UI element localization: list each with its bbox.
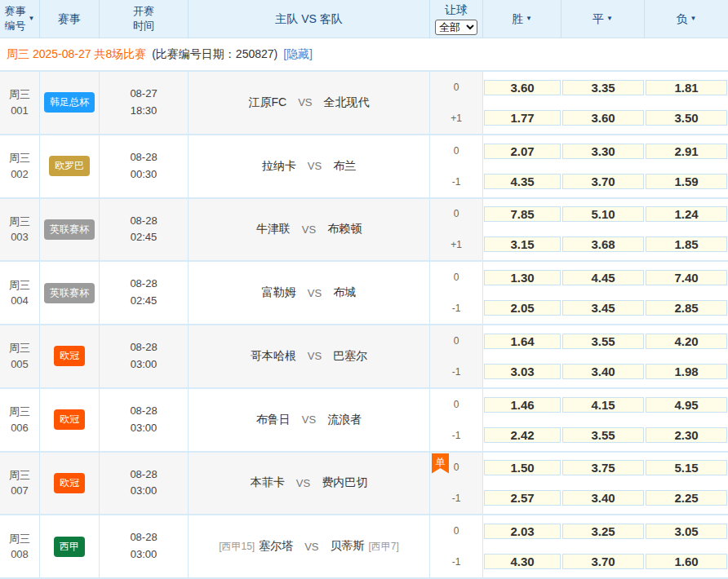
odds-cell-win[interactable]: 4.35 xyxy=(484,174,561,189)
odds-cell-win[interactable]: 2.05 xyxy=(484,300,561,316)
handicap-value: -1 xyxy=(430,420,482,451)
match-day: 周三 xyxy=(9,531,30,547)
match-row: 周三 003 英联赛杯 08-28 02:45 牛津联 VS 布赖顿 0 +1 xyxy=(0,199,728,263)
odds-grid: 2.07 3.30 2.91 4.35 3.70 1.59 xyxy=(483,135,728,197)
teams-cell: 拉纳卡 VS 布兰 xyxy=(189,135,430,197)
odds-cell-lose[interactable]: 1.85 xyxy=(646,236,727,252)
odds-cell-win[interactable]: 2.42 xyxy=(484,427,561,443)
sort-arrow-icon[interactable]: ▼ xyxy=(29,15,35,24)
odds-cell-win[interactable]: 4.30 xyxy=(484,554,561,569)
league-badge: 韩足总杯 xyxy=(44,92,95,113)
odds-cell-draw[interactable]: 3.40 xyxy=(562,364,644,379)
odds-cell-draw[interactable]: 3.45 xyxy=(562,300,644,316)
header-win[interactable]: 胜 ▼ xyxy=(483,0,562,38)
odds-cell-draw[interactable]: 3.30 xyxy=(562,144,644,159)
start-time-cell: 08-28 02:45 xyxy=(100,262,189,324)
draw-dropdown-icon[interactable]: ▼ xyxy=(606,15,613,24)
handicap-cell: 0 -1 xyxy=(430,262,483,324)
odds-cell-draw[interactable]: 3.75 xyxy=(562,460,644,475)
match-code: 008 xyxy=(11,546,29,563)
odds-cell-win[interactable]: 2.57 xyxy=(484,490,561,506)
start-time-cell: 08-28 03:00 xyxy=(100,389,189,451)
odds-cell-draw[interactable]: 4.45 xyxy=(562,270,644,285)
match-number-cell: 周三 005 xyxy=(0,325,40,387)
away-team-group: 布兰 xyxy=(333,159,356,174)
odds-cell-win[interactable]: 1.46 xyxy=(484,397,561,413)
start-time-cell: 08-28 00:30 xyxy=(100,135,189,197)
odds-cell-lose[interactable]: 1.24 xyxy=(646,206,727,222)
match-time: 03:00 xyxy=(131,483,158,500)
handicap-value: -1 xyxy=(430,356,482,387)
odds-cell-draw[interactable]: 4.15 xyxy=(562,397,644,413)
odds-cell-lose[interactable]: 2.91 xyxy=(646,144,727,159)
odds-cell-draw[interactable]: 3.35 xyxy=(562,80,644,95)
odds-cell-draw[interactable]: 3.68 xyxy=(562,236,644,252)
odds-cell-draw[interactable]: 5.10 xyxy=(562,206,644,222)
odds-cell-lose[interactable]: 2.30 xyxy=(646,427,727,443)
handicap-cell: 0 -1 xyxy=(430,389,483,451)
odds-cell-lose[interactable]: 1.59 xyxy=(646,174,727,189)
league-badge: 欧冠 xyxy=(54,346,85,366)
odds-cell-lose[interactable]: 1.60 xyxy=(646,554,727,569)
odds-cell-lose[interactable]: 7.40 xyxy=(646,270,727,285)
match-time: 00:30 xyxy=(131,166,158,183)
odds-cell-win[interactable]: 1.64 xyxy=(484,334,561,349)
match-date: 08-28 xyxy=(130,529,157,546)
odds-cell-lose[interactable]: 3.05 xyxy=(646,524,727,539)
odds-cell-draw[interactable]: 3.55 xyxy=(562,427,644,443)
home-team: 哥本哈根 xyxy=(251,349,296,364)
match-date: 08-28 xyxy=(130,403,157,420)
odds-cell-win[interactable]: 1.50 xyxy=(484,460,561,475)
odds-cell-lose[interactable]: 1.81 xyxy=(646,80,727,95)
odds-cell-draw[interactable]: 3.40 xyxy=(562,490,644,506)
away-team: 流浪者 xyxy=(327,413,362,427)
odds-cell-lose[interactable]: 3.50 xyxy=(646,110,727,126)
match-code: 004 xyxy=(11,293,29,309)
odds-cell-win[interactable]: 3.15 xyxy=(484,236,561,252)
odds-grid: 1.50 3.75 5.15 2.57 3.40 2.25 xyxy=(483,453,728,515)
away-team-group: 流浪者 xyxy=(327,413,362,427)
match-row: 周三 008 西甲 08-28 03:00 [西甲15] 塞尔塔 VS 贝蒂斯 … xyxy=(0,515,728,579)
odds-cell-win[interactable]: 7.85 xyxy=(484,206,561,222)
odds-cell-draw[interactable]: 3.25 xyxy=(562,524,644,539)
away-team-group: 贝蒂斯 [西甲7] xyxy=(331,539,399,554)
odds-cell-lose[interactable]: 4.20 xyxy=(646,334,727,349)
odds-cell-draw[interactable]: 3.55 xyxy=(562,334,644,349)
odds-cell-lose[interactable]: 5.15 xyxy=(646,460,727,475)
odds-cell-win[interactable]: 2.07 xyxy=(484,144,561,159)
handicap-filter-select[interactable]: 全部 xyxy=(435,20,477,35)
header-match-no[interactable]: 赛事 编号 ▼ xyxy=(0,0,40,38)
home-team-group: 布鲁日 xyxy=(256,413,291,427)
odds-cell-win[interactable]: 1.30 xyxy=(484,270,561,285)
hide-link[interactable]: [隐藏] xyxy=(283,47,313,62)
win-dropdown-icon[interactable]: ▼ xyxy=(526,15,532,24)
away-team-group: 布城 xyxy=(333,285,356,300)
table-header: 赛事 编号 ▼ 赛事 开赛 时间 主队 VS 客队 让球 全部 胜 ▼ xyxy=(0,0,728,38)
odds-cell-win[interactable]: 2.03 xyxy=(484,524,561,539)
away-team: 贝蒂斯 xyxy=(331,539,365,554)
header-draw[interactable]: 平 ▼ xyxy=(562,0,645,38)
match-code: 001 xyxy=(11,103,29,119)
match-number-cell: 周三 002 xyxy=(0,135,40,197)
lose-dropdown-icon[interactable]: ▼ xyxy=(690,15,697,24)
league-badge: 欧冠 xyxy=(54,473,85,493)
match-row: 周三 007 欧冠 08-28 03:00 本菲卡 VS 费内巴切 单 0 -1 xyxy=(0,453,728,516)
odds-cell-draw[interactable]: 3.60 xyxy=(562,110,644,126)
odds-cell-win[interactable]: 1.77 xyxy=(484,110,561,126)
handicap-cell: 0 -1 xyxy=(430,515,483,577)
match-time: 03:00 xyxy=(131,356,158,373)
odds-cell-lose[interactable]: 1.98 xyxy=(646,364,727,379)
header-lose[interactable]: 负 ▼ xyxy=(645,0,728,38)
odds-cell-lose[interactable]: 2.25 xyxy=(646,490,727,506)
odds-cell-win[interactable]: 3.60 xyxy=(484,80,561,95)
date-summary: 周三 2025-08-27 共8场比赛 xyxy=(7,47,146,62)
teams-cell: 江原FC VS 全北现代 xyxy=(189,72,430,134)
odds-cell-win[interactable]: 3.03 xyxy=(484,364,561,379)
odds-cell-draw[interactable]: 3.70 xyxy=(562,554,644,569)
handicap-cell: 0 +1 xyxy=(430,72,483,134)
odds-cell-lose[interactable]: 4.95 xyxy=(646,397,727,413)
match-row: 周三 001 韩足总杯 08-27 18:30 江原FC VS 全北现代 0 +… xyxy=(0,72,728,135)
odds-cell-lose[interactable]: 2.85 xyxy=(646,300,727,316)
teams-cell: 富勒姆 VS 布城 xyxy=(189,262,430,324)
odds-cell-draw[interactable]: 3.70 xyxy=(562,174,644,189)
